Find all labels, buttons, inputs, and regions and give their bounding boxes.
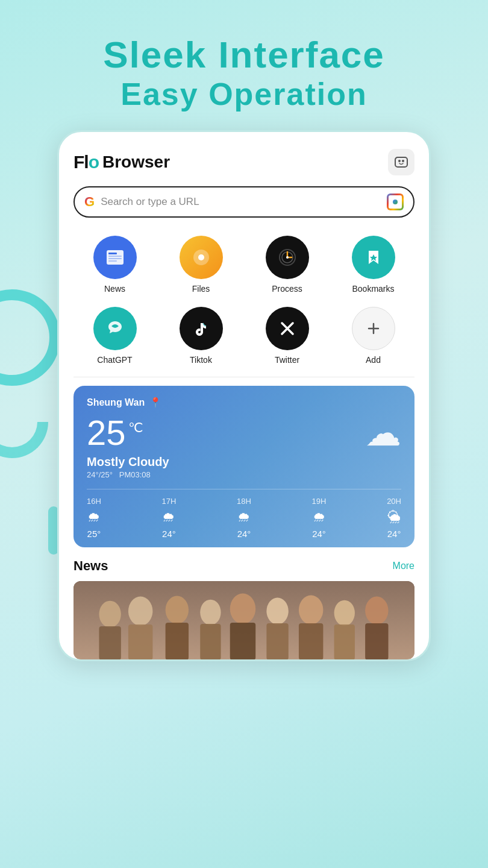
- svg-point-19: [128, 597, 152, 626]
- icon-item-chatgpt[interactable]: ChatGPT: [74, 303, 156, 368]
- hourly-temp-16: 25°: [87, 529, 101, 539]
- icon-item-news[interactable]: News: [74, 232, 156, 297]
- icon-item-add[interactable]: Add: [332, 303, 414, 368]
- svg-rect-28: [266, 623, 288, 659]
- svg-point-17: [99, 601, 120, 627]
- news-more-link[interactable]: More: [393, 561, 414, 571]
- scan-icon[interactable]: [387, 193, 404, 210]
- svg-rect-24: [200, 624, 221, 659]
- scan-dot: [393, 200, 398, 204]
- news-section: News More: [74, 558, 414, 659]
- svg-point-29: [299, 596, 323, 625]
- hourly-item-20: 20H 🌦 24°: [387, 497, 401, 539]
- quick-icons-grid: News Files Process: [74, 232, 414, 368]
- svg-rect-22: [166, 623, 189, 659]
- hourly-time-18: 18H: [237, 497, 251, 506]
- weather-main: 25 ℃ Mostly Cloudy 24°/25° PM03:08 ☁: [87, 415, 401, 479]
- svg-rect-18: [99, 626, 120, 659]
- logo-area: Flo Browser: [74, 152, 170, 172]
- hourly-icon-17: 🌧: [162, 509, 175, 525]
- weather-left: 25 ℃ Mostly Cloudy 24°/25° PM03:08: [87, 415, 169, 479]
- news-label: News: [104, 284, 125, 294]
- hourly-temp-18: 24°: [237, 529, 251, 539]
- svg-point-31: [334, 600, 355, 626]
- svg-point-21: [166, 596, 189, 624]
- news-section-title: News: [74, 558, 108, 574]
- hourly-time-19: 19H: [312, 497, 327, 506]
- add-icon-circle: [352, 307, 395, 350]
- hourly-time-17: 17H: [162, 497, 177, 506]
- search-placeholder: Search or type a URL: [101, 196, 381, 208]
- process-icon-circle: [266, 236, 309, 279]
- svg-rect-26: [230, 623, 255, 659]
- weather-unit: ℃: [128, 420, 143, 436]
- hourly-time-20: 20H: [387, 497, 401, 506]
- svg-rect-9: [198, 254, 204, 260]
- svg-rect-7: [108, 260, 117, 262]
- weather-hourly: 16H 🌧 25° 17H 🌧 24° 18H 🌧 24° 19H 🌧 24° …: [87, 489, 401, 539]
- phone-frame: Flo Browser G Search or type a URL: [57, 130, 431, 661]
- news-image-content: [74, 581, 414, 659]
- icon-item-bookmarks[interactable]: Bookmarks: [332, 232, 414, 297]
- location-name: Sheung Wan: [87, 397, 145, 408]
- hourly-item-19: 19H 🌧 24°: [312, 497, 327, 539]
- weather-desc: Mostly Cloudy 24°/25° PM03:08: [87, 455, 169, 479]
- headline-section: Sleek Interface Easy Operation: [0, 0, 488, 130]
- svg-point-12: [286, 256, 289, 259]
- svg-point-1: [398, 160, 401, 162]
- files-icon-circle: [180, 236, 223, 279]
- weather-details: 24°/25° PM03:08: [87, 470, 169, 479]
- weather-location: Sheung Wan 📍: [87, 397, 401, 408]
- svg-rect-34: [365, 623, 388, 659]
- files-label: Files: [192, 284, 210, 294]
- news-icon-circle: [93, 236, 137, 279]
- ghost-button[interactable]: [388, 149, 414, 175]
- svg-point-27: [266, 598, 288, 624]
- svg-rect-4: [108, 253, 117, 254]
- svg-point-33: [365, 597, 388, 624]
- svg-rect-3: [107, 250, 124, 265]
- process-label: Process: [272, 284, 302, 294]
- chatgpt-icon-circle: [93, 307, 137, 350]
- svg-rect-0: [395, 157, 407, 167]
- icon-item-tiktok[interactable]: Tiktok: [160, 303, 242, 368]
- headline-line1: Sleek Interface: [0, 33, 488, 76]
- news-header: News More: [74, 558, 414, 574]
- hourly-temp-19: 24°: [312, 529, 326, 539]
- deco-circle-1: [0, 289, 60, 386]
- icon-item-files[interactable]: Files: [160, 232, 242, 297]
- hourly-icon-19: 🌧: [313, 509, 326, 525]
- icon-item-twitter[interactable]: Twitter: [246, 303, 328, 368]
- hourly-icon-20: 🌦: [387, 509, 401, 525]
- tiktok-label: Tiktok: [190, 355, 212, 365]
- bookmarks-label: Bookmarks: [352, 284, 394, 294]
- weather-condition: Mostly Cloudy: [87, 455, 169, 469]
- twitter-label: Twitter: [275, 355, 299, 365]
- hourly-icon-16: 🌧: [87, 509, 101, 525]
- browser-header: Flo Browser: [74, 149, 414, 175]
- google-logo: G: [84, 194, 95, 210]
- svg-rect-6: [108, 258, 122, 259]
- twitter-icon-circle: [266, 307, 309, 350]
- tiktok-icon-circle: [180, 307, 223, 350]
- headline-line2: Easy Operation: [0, 76, 488, 112]
- deco-circle-2: [0, 422, 48, 458]
- weather-temperature: 25: [87, 415, 126, 450]
- hourly-item-17: 17H 🌧 24°: [162, 497, 177, 539]
- svg-point-2: [402, 160, 404, 162]
- hourly-temp-20: 24°: [387, 529, 401, 539]
- hourly-item-16: 16H 🌧 25°: [87, 497, 101, 539]
- svg-rect-20: [128, 624, 152, 659]
- hourly-temp-17: 24°: [162, 529, 176, 539]
- add-label: Add: [366, 355, 381, 365]
- divider: [74, 377, 414, 377]
- weather-cloud-icon: ☁: [365, 415, 401, 451]
- hourly-icon-18: 🌧: [237, 509, 251, 525]
- weather-card: Sheung Wan 📍 25 ℃ Mostly Cloudy 24°/25° …: [74, 386, 414, 547]
- news-image: [74, 581, 414, 659]
- search-bar[interactable]: G Search or type a URL: [74, 186, 414, 218]
- bookmarks-icon-circle: [352, 236, 395, 279]
- svg-rect-32: [334, 624, 355, 659]
- hourly-item-18: 18H 🌧 24°: [237, 497, 251, 539]
- icon-item-process[interactable]: Process: [246, 232, 328, 297]
